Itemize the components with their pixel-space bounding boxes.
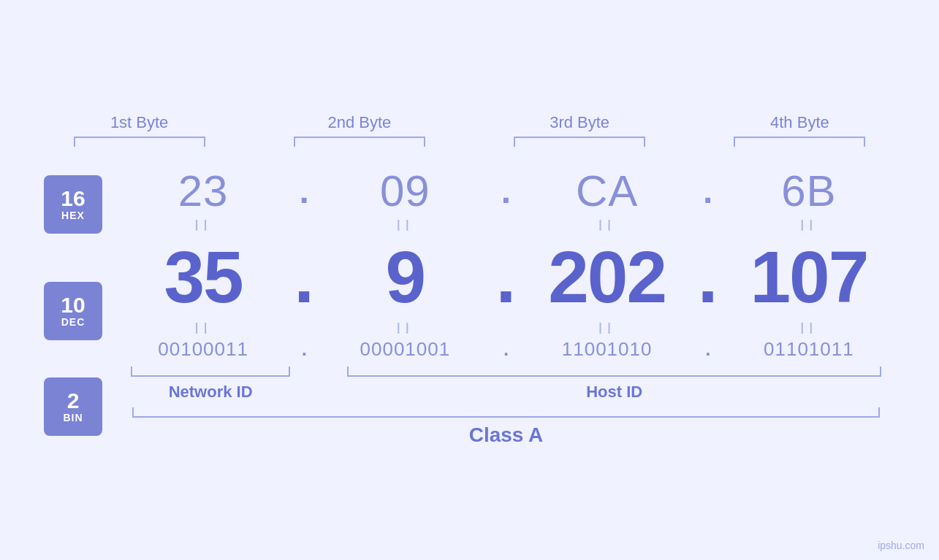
hex-value-2: 09 xyxy=(380,166,430,216)
parallel-2-1: II xyxy=(194,321,212,337)
byte4-label: 4th Byte xyxy=(770,113,829,132)
hex-value-1-cell: 23 xyxy=(117,166,289,216)
base-labels-column: 16 HEX 10 DEC 2 BIN xyxy=(44,173,102,430)
bin-dot-2: . xyxy=(492,338,521,361)
parallel-2-2: II xyxy=(396,321,414,337)
byte4-header: 4th Byte xyxy=(704,113,895,147)
hex-value-4: 6B xyxy=(781,166,836,216)
network-id-bracket xyxy=(131,367,290,377)
bin-value-4: 01101011 xyxy=(764,338,854,361)
byte1-label: 1st Byte xyxy=(110,113,168,132)
hex-value-1: 23 xyxy=(178,166,229,216)
class-bracket xyxy=(132,407,879,418)
dec-dot-2: . xyxy=(492,235,521,319)
parallel-1-3: II xyxy=(598,218,616,234)
byte3-label: 3rd Byte xyxy=(550,113,609,132)
bin-badge: 2 BIN xyxy=(44,377,102,436)
hex-dot-2: . xyxy=(492,171,521,211)
dec-badge-name: DEC xyxy=(61,316,85,328)
parallel-1-4: II xyxy=(800,218,818,234)
dec-value-3: 202 xyxy=(548,235,666,319)
dec-value-3-cell: 202 xyxy=(521,235,693,319)
bin-dot-1: . xyxy=(289,338,319,361)
bin-badge-name: BIN xyxy=(63,412,83,423)
hex-row: 23 . 09 . CA . 6B xyxy=(117,166,895,216)
bin-value-2-cell: 00001001 xyxy=(319,338,491,361)
byte2-header: 2nd Byte xyxy=(264,113,455,147)
dec-row: 35 . 9 . 202 . 107 xyxy=(117,235,895,319)
dec-dot-1: . xyxy=(289,235,319,319)
network-id-section: Network ID xyxy=(117,367,304,402)
byte-headers: 1st Byte 2nd Byte 3rd Byte 4th Byte xyxy=(44,113,895,147)
dec-value-2-cell: 9 xyxy=(319,235,491,319)
parallel-2-4: II xyxy=(800,321,818,337)
parallel-lines-1: II II II II xyxy=(117,218,895,234)
bin-value-2: 00001001 xyxy=(360,338,451,361)
bin-dot-3: . xyxy=(693,338,723,361)
class-label: Class A xyxy=(469,423,544,447)
hex-value-3-cell: CA xyxy=(521,166,693,216)
hex-badge-name: HEX xyxy=(61,210,85,221)
parallel-lines-2: II II II II xyxy=(117,321,895,337)
host-id-label: Host ID xyxy=(586,383,642,402)
dec-value-4-cell: 107 xyxy=(723,235,895,319)
bin-row: 00100011 . 00001001 . 11001010 . xyxy=(117,338,895,361)
dec-value-1-cell: 35 xyxy=(117,235,289,319)
hex-dot-1: . xyxy=(289,171,319,211)
network-id-label: Network ID xyxy=(169,383,253,402)
dec-badge-number: 10 xyxy=(61,294,85,316)
dec-value-1: 35 xyxy=(164,235,243,319)
hex-badge-number: 16 xyxy=(61,188,85,210)
dec-value-2: 9 xyxy=(386,235,425,319)
byte1-top-bracket xyxy=(74,137,205,147)
hex-value-4-cell: 6B xyxy=(723,166,895,216)
host-id-bracket xyxy=(347,367,881,377)
hex-badge: 16 HEX xyxy=(44,175,102,234)
dec-dot-3: . xyxy=(693,235,723,319)
dec-value-4: 107 xyxy=(750,235,867,319)
class-section: Class A xyxy=(117,407,895,447)
hex-value-2-cell: 09 xyxy=(319,166,491,216)
host-id-section: Host ID xyxy=(333,367,895,402)
bin-value-4-cell: 01101011 xyxy=(723,338,895,361)
byte4-top-bracket xyxy=(734,137,865,147)
byte2-label: 2nd Byte xyxy=(327,113,391,132)
byte3-top-bracket xyxy=(514,137,645,147)
parallel-2-3: II xyxy=(598,321,616,337)
bin-value-1-cell: 00100011 xyxy=(117,338,289,361)
bin-value-1: 00100011 xyxy=(158,338,248,361)
byte3-header: 3rd Byte xyxy=(484,113,675,147)
parallel-1-1: II xyxy=(194,218,212,234)
parallel-1-2: II xyxy=(396,218,414,234)
bottom-brackets-row: Network ID Host ID xyxy=(117,367,895,402)
hex-dot-3: . xyxy=(693,171,723,211)
bin-value-3: 11001010 xyxy=(562,338,653,361)
hex-value-3: CA xyxy=(576,166,638,216)
byte2-top-bracket xyxy=(294,137,425,147)
byte1-header: 1st Byte xyxy=(44,113,235,147)
watermark: ipshu.com xyxy=(878,540,924,551)
bin-badge-number: 2 xyxy=(67,390,80,412)
dec-badge: 10 DEC xyxy=(44,282,102,340)
bin-value-3-cell: 11001010 xyxy=(521,338,693,361)
